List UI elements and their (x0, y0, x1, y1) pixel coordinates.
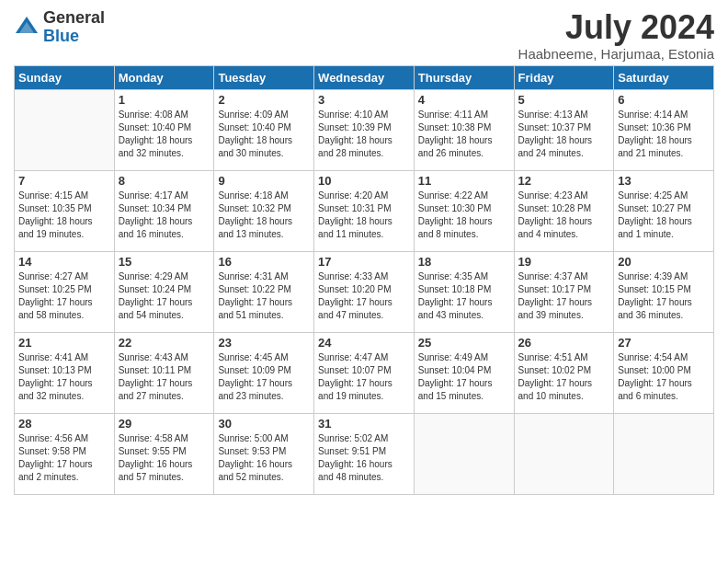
day-cell-w3-d1: 22Sunrise: 4:43 AMSunset: 10:11 PMDaylig… (114, 332, 214, 413)
day-cell-w4-d5 (514, 413, 614, 494)
day-number-22: 22 (119, 336, 210, 350)
day-cell-w4-d2: 30Sunrise: 5:00 AMSunset: 9:53 PMDayligh… (214, 413, 314, 494)
title-block: July 2024 Haabneeme, Harjumaa, Estonia (518, 9, 714, 62)
logo-general-text: General (43, 9, 105, 28)
day-number-14: 14 (18, 255, 110, 269)
header-saturday: Saturday (614, 65, 714, 89)
day-cell-w1-d1: 8Sunrise: 4:17 AMSunset: 10:34 PMDayligh… (114, 170, 214, 251)
day-info-15: Sunrise: 4:29 AMSunset: 10:24 PMDaylight… (119, 270, 210, 322)
day-number-5: 5 (518, 93, 610, 107)
day-number-8: 8 (119, 174, 210, 188)
day-number-6: 6 (618, 93, 710, 107)
day-info-24: Sunrise: 4:47 AMSunset: 10:07 PMDaylight… (318, 351, 410, 403)
day-cell-w1-d3: 10Sunrise: 4:20 AMSunset: 10:31 PMDaylig… (314, 170, 415, 251)
day-info-19: Sunrise: 4:37 AMSunset: 10:17 PMDaylight… (518, 270, 610, 322)
day-number-27: 27 (618, 336, 710, 350)
day-info-1: Sunrise: 4:08 AMSunset: 10:40 PMDaylight… (119, 109, 210, 160)
main-title: July 2024 (518, 9, 714, 46)
week-row-3: 21Sunrise: 4:41 AMSunset: 10:13 PMDaylig… (15, 332, 714, 413)
day-cell-w2-d6: 20Sunrise: 4:39 AMSunset: 10:15 PMDaylig… (614, 251, 714, 332)
day-info-25: Sunrise: 4:49 AMSunset: 10:04 PMDaylight… (418, 351, 510, 403)
weekday-header-row: Sunday Monday Tuesday Wednesday Thursday… (15, 65, 714, 89)
day-number-23: 23 (218, 336, 310, 350)
day-info-21: Sunrise: 4:41 AMSunset: 10:13 PMDaylight… (18, 351, 110, 403)
day-number-25: 25 (418, 336, 510, 350)
day-info-14: Sunrise: 4:27 AMSunset: 10:25 PMDaylight… (18, 270, 110, 322)
day-info-12: Sunrise: 4:23 AMSunset: 10:28 PMDaylight… (518, 190, 610, 241)
day-number-24: 24 (318, 336, 410, 350)
day-cell-w4-d3: 31Sunrise: 5:02 AMSunset: 9:51 PMDayligh… (314, 413, 415, 494)
day-number-4: 4 (418, 93, 510, 107)
day-cell-w3-d4: 25Sunrise: 4:49 AMSunset: 10:04 PMDaylig… (414, 332, 514, 413)
header-friday: Friday (514, 65, 614, 89)
day-cell-w0-d4: 4Sunrise: 4:11 AMSunset: 10:38 PMDayligh… (414, 89, 514, 170)
day-cell-w1-d5: 12Sunrise: 4:23 AMSunset: 10:28 PMDaylig… (514, 170, 614, 251)
day-info-4: Sunrise: 4:11 AMSunset: 10:38 PMDaylight… (418, 109, 510, 160)
day-number-13: 13 (618, 174, 710, 188)
logo: General Blue (14, 9, 105, 46)
day-number-1: 1 (119, 93, 210, 107)
logo-text: General Blue (43, 9, 105, 46)
day-number-15: 15 (119, 255, 210, 269)
day-number-29: 29 (119, 417, 210, 431)
day-info-29: Sunrise: 4:58 AMSunset: 9:55 PMDaylight:… (119, 432, 210, 484)
day-cell-w3-d6: 27Sunrise: 4:54 AMSunset: 10:00 PMDaylig… (614, 332, 714, 413)
header: General Blue July 2024 Haabneeme, Harjum… (14, 9, 714, 62)
day-cell-w1-d6: 13Sunrise: 4:25 AMSunset: 10:27 PMDaylig… (614, 170, 714, 251)
day-cell-w3-d3: 24Sunrise: 4:47 AMSunset: 10:07 PMDaylig… (314, 332, 415, 413)
day-number-17: 17 (318, 255, 410, 269)
day-info-5: Sunrise: 4:13 AMSunset: 10:37 PMDaylight… (518, 109, 610, 160)
day-cell-w4-d1: 29Sunrise: 4:58 AMSunset: 9:55 PMDayligh… (114, 413, 214, 494)
day-cell-w1-d2: 9Sunrise: 4:18 AMSunset: 10:32 PMDayligh… (214, 170, 314, 251)
week-row-0: 1Sunrise: 4:08 AMSunset: 10:40 PMDayligh… (15, 89, 714, 170)
day-cell-w0-d1: 1Sunrise: 4:08 AMSunset: 10:40 PMDayligh… (114, 89, 214, 170)
day-info-30: Sunrise: 5:00 AMSunset: 9:53 PMDaylight:… (218, 432, 310, 484)
day-cell-w2-d3: 17Sunrise: 4:33 AMSunset: 10:20 PMDaylig… (314, 251, 415, 332)
day-number-21: 21 (18, 336, 110, 350)
day-info-16: Sunrise: 4:31 AMSunset: 10:22 PMDaylight… (218, 270, 310, 322)
day-info-26: Sunrise: 4:51 AMSunset: 10:02 PMDaylight… (518, 351, 610, 403)
day-cell-w3-d5: 26Sunrise: 4:51 AMSunset: 10:02 PMDaylig… (514, 332, 614, 413)
calendar-table: Sunday Monday Tuesday Wednesday Thursday… (14, 65, 714, 495)
subtitle: Haabneeme, Harjumaa, Estonia (518, 46, 714, 62)
day-cell-w2-d5: 19Sunrise: 4:37 AMSunset: 10:17 PMDaylig… (514, 251, 614, 332)
day-number-31: 31 (318, 417, 410, 431)
day-info-27: Sunrise: 4:54 AMSunset: 10:00 PMDaylight… (618, 351, 710, 403)
page: General Blue July 2024 Haabneeme, Harjum… (0, 0, 728, 563)
day-cell-w0-d5: 5Sunrise: 4:13 AMSunset: 10:37 PMDayligh… (514, 89, 614, 170)
day-info-23: Sunrise: 4:45 AMSunset: 10:09 PMDaylight… (218, 351, 310, 403)
day-cell-w2-d2: 16Sunrise: 4:31 AMSunset: 10:22 PMDaylig… (214, 251, 314, 332)
day-info-11: Sunrise: 4:22 AMSunset: 10:30 PMDaylight… (418, 190, 510, 241)
header-monday: Monday (114, 65, 214, 89)
day-info-17: Sunrise: 4:33 AMSunset: 10:20 PMDaylight… (318, 270, 410, 322)
day-cell-w4-d4 (414, 413, 514, 494)
logo-icon (14, 15, 40, 40)
day-info-8: Sunrise: 4:17 AMSunset: 10:34 PMDaylight… (119, 190, 210, 241)
day-info-20: Sunrise: 4:39 AMSunset: 10:15 PMDaylight… (618, 270, 710, 322)
day-info-6: Sunrise: 4:14 AMSunset: 10:36 PMDaylight… (618, 109, 710, 160)
day-info-31: Sunrise: 5:02 AMSunset: 9:51 PMDaylight:… (318, 432, 410, 484)
day-info-9: Sunrise: 4:18 AMSunset: 10:32 PMDaylight… (218, 190, 310, 241)
day-info-28: Sunrise: 4:56 AMSunset: 9:58 PMDaylight:… (18, 432, 110, 484)
day-number-18: 18 (418, 255, 510, 269)
day-number-3: 3 (318, 93, 410, 107)
week-row-1: 7Sunrise: 4:15 AMSunset: 10:35 PMDayligh… (15, 170, 714, 251)
day-number-2: 2 (218, 93, 310, 107)
day-number-30: 30 (218, 417, 310, 431)
day-number-9: 9 (218, 174, 310, 188)
day-number-16: 16 (218, 255, 310, 269)
day-info-13: Sunrise: 4:25 AMSunset: 10:27 PMDaylight… (618, 190, 710, 241)
day-number-10: 10 (318, 174, 410, 188)
day-info-3: Sunrise: 4:10 AMSunset: 10:39 PMDaylight… (318, 109, 410, 160)
day-cell-w3-d0: 21Sunrise: 4:41 AMSunset: 10:13 PMDaylig… (15, 332, 115, 413)
day-info-2: Sunrise: 4:09 AMSunset: 10:40 PMDaylight… (218, 109, 310, 160)
day-number-11: 11 (418, 174, 510, 188)
day-cell-w0-d6: 6Sunrise: 4:14 AMSunset: 10:36 PMDayligh… (614, 89, 714, 170)
week-row-4: 28Sunrise: 4:56 AMSunset: 9:58 PMDayligh… (15, 413, 714, 494)
day-number-12: 12 (518, 174, 610, 188)
day-cell-w0-d2: 2Sunrise: 4:09 AMSunset: 10:40 PMDayligh… (214, 89, 314, 170)
day-cell-w4-d6 (614, 413, 714, 494)
header-sunday: Sunday (15, 65, 115, 89)
week-row-2: 14Sunrise: 4:27 AMSunset: 10:25 PMDaylig… (15, 251, 714, 332)
header-wednesday: Wednesday (314, 65, 415, 89)
